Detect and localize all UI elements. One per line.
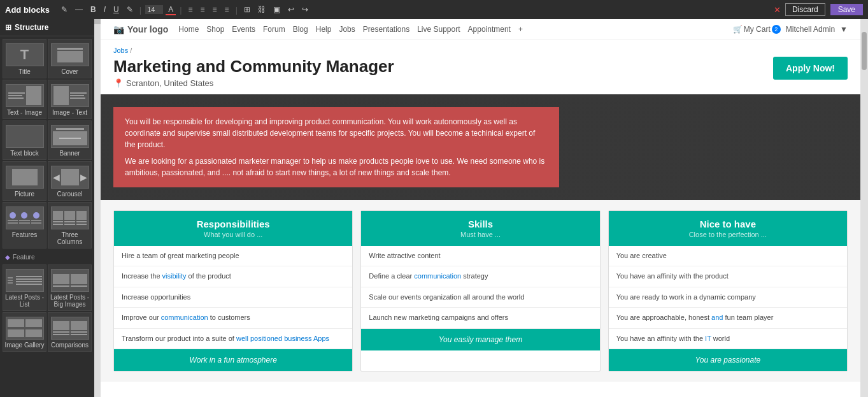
nav-shop[interactable]: Shop xyxy=(206,25,224,34)
right-scrollbar[interactable] xyxy=(860,19,868,397)
nav-events[interactable]: Events xyxy=(232,25,255,34)
undo-btn[interactable]: ↩ xyxy=(285,4,297,15)
separator-2: | xyxy=(180,5,181,15)
list-item: Increase the visibility of the product xyxy=(114,266,352,287)
features-preview-icon xyxy=(6,206,44,229)
nice-to-have-subtitle: Close to the perfection ... xyxy=(614,231,842,238)
skills-header: Skills Must have ... xyxy=(361,211,599,246)
nav-right: 🛒 My Cart 2 Mitchell Admin ▼ xyxy=(733,25,848,34)
sidebar-item-three-columns[interactable]: Three Columns xyxy=(48,202,92,249)
cart-icon: 🛒 xyxy=(733,25,743,34)
site-nav: 📷 Your logo Home Shop Events Forum Blog … xyxy=(101,19,860,40)
separator-1: | xyxy=(139,5,141,15)
list-item: Launch new marketing campaigns and offer… xyxy=(361,308,599,328)
sidebar: ⊞Structure T Title Cover xyxy=(0,19,94,397)
separator-3: | xyxy=(236,5,238,15)
outdent-btn[interactable]: ≡ xyxy=(222,4,232,15)
nav-forum[interactable]: Forum xyxy=(263,25,285,34)
hero-banner: You will be responsible for developing a… xyxy=(101,94,860,200)
three-col-section: Responsibilities What you will do ... Hi… xyxy=(101,200,860,382)
nav-home[interactable]: Home xyxy=(178,25,199,34)
scroll-indicator[interactable] xyxy=(94,19,101,24)
list-item: Transform our product into a suite of we… xyxy=(114,329,352,349)
nav-cart[interactable]: 🛒 My Cart 2 xyxy=(733,25,781,34)
sidebar-item-text-block[interactable]: Text block xyxy=(3,120,46,160)
nav-blog[interactable]: Blog xyxy=(293,25,308,34)
sidebar-item-text-image-label: Text - Image xyxy=(7,109,42,116)
indent-btn[interactable]: ≡ xyxy=(210,4,220,15)
list-num-btn[interactable]: ≡ xyxy=(198,4,208,15)
nice-to-have-column: Nice to have Close to the perfection ...… xyxy=(608,210,848,372)
media-btn[interactable]: ▣ xyxy=(271,4,283,15)
comparisons-preview-icon xyxy=(51,317,89,340)
discard-x-icon: ✕ xyxy=(774,5,781,15)
sidebar-item-latest-posts-list[interactable]: Latest Posts - List xyxy=(3,264,46,311)
underline-tool[interactable]: U xyxy=(111,4,122,15)
nice-to-have-items: You are creative You have an affinity wi… xyxy=(609,246,847,349)
sidebar-item-latest-posts-list-label: Latest Posts - List xyxy=(5,294,44,308)
sidebar-item-title[interactable]: T Title xyxy=(3,39,46,78)
nice-to-have-title: Nice to have xyxy=(614,219,842,229)
hero-para-2: We are looking for a passionated markete… xyxy=(125,155,548,178)
user-dropdown-icon[interactable]: ▼ xyxy=(840,25,848,34)
link-btn[interactable]: ⛓ xyxy=(255,4,268,15)
sidebar-item-comparisons[interactable]: Comparisons xyxy=(48,312,92,352)
job-location-text: Scranton, United States xyxy=(126,78,213,88)
sidebar-item-picture[interactable]: Picture xyxy=(3,161,46,201)
sidebar-item-features-label: Features xyxy=(12,231,37,238)
sidebar-item-features[interactable]: Features xyxy=(3,202,46,249)
apply-now-button[interactable]: Apply Now! xyxy=(773,57,848,80)
sidebar-item-cover[interactable]: Cover xyxy=(48,39,92,78)
nav-live-support[interactable]: Live Support xyxy=(417,25,460,34)
sidebar-item-text-image[interactable]: Text - Image xyxy=(3,80,46,119)
structure-grid: T Title Cover xyxy=(0,36,94,251)
sidebar-item-latest-posts-big-label: Latest Posts - Big Images xyxy=(50,294,89,308)
list-item: You are creative xyxy=(609,246,847,266)
sidebar-item-carousel[interactable]: ◀ ▶ Carousel xyxy=(48,161,92,201)
nav-appointment[interactable]: Appointment xyxy=(468,25,511,34)
nav-presentations[interactable]: Presentations xyxy=(363,25,409,34)
job-header: Jobs / Marketing and Community Manager 📍… xyxy=(101,40,860,94)
pencil-tool[interactable]: ✎ xyxy=(59,4,70,15)
nav-help[interactable]: Help xyxy=(316,25,332,34)
table-btn[interactable]: ⊞ xyxy=(241,4,253,15)
save-button[interactable]: Save xyxy=(830,4,863,15)
italic-tool[interactable]: I xyxy=(101,4,108,15)
banner-preview-icon xyxy=(51,125,89,148)
font-color-btn[interactable]: A xyxy=(166,4,176,15)
breadcrumb-jobs-link[interactable]: Jobs xyxy=(113,47,128,54)
sidebar-item-banner-label: Banner xyxy=(59,150,80,157)
discard-button[interactable]: Discard xyxy=(785,3,825,16)
breadcrumb-separator: / xyxy=(130,47,132,54)
font-size-input[interactable] xyxy=(145,5,163,14)
redo-btn[interactable]: ↪ xyxy=(299,4,311,15)
sidebar-item-latest-posts-big[interactable]: Latest Posts - Big Images xyxy=(48,264,92,311)
sidebar-item-cover-label: Cover xyxy=(61,68,78,75)
right-scrollbar-thumb[interactable] xyxy=(862,32,867,70)
site-logo-text: Your logo xyxy=(127,24,168,34)
responsibilities-items: Hire a team of great marketing people In… xyxy=(114,246,352,349)
sidebar-item-image-text[interactable]: Image - Text xyxy=(48,80,92,119)
nav-links: Home Shop Events Forum Blog Help Jobs Pr… xyxy=(178,25,523,34)
color-tool[interactable]: ✎ xyxy=(124,4,136,15)
dash-tool[interactable]: — xyxy=(73,4,85,15)
nav-plus[interactable]: + xyxy=(518,25,523,34)
toolbar-title: Add blocks xyxy=(5,5,50,15)
responsibilities-column: Responsibilities What you will do ... Hi… xyxy=(113,210,353,372)
skills-column: Skills Must have ... Write attractive co… xyxy=(360,210,600,372)
list-btn[interactable]: ≡ xyxy=(186,4,196,15)
cart-badge: 2 xyxy=(772,25,781,34)
diamond-icon: ◆ xyxy=(5,254,10,261)
text-block-preview-icon xyxy=(6,125,44,148)
sidebar-item-banner[interactable]: Banner xyxy=(48,120,92,160)
site-logo: 📷 Your logo xyxy=(113,24,168,34)
sidebar-item-image-text-label: Image - Text xyxy=(52,109,87,116)
job-title: Marketing and Community Manager xyxy=(113,57,394,76)
nav-jobs[interactable]: Jobs xyxy=(339,25,355,34)
list-item: You are approachable, honest and fun tea… xyxy=(609,308,847,328)
sidebar-item-picture-label: Picture xyxy=(15,191,34,198)
list-item: Scale our events organization all around… xyxy=(361,287,599,308)
image-text-preview-icon xyxy=(51,84,89,107)
bold-tool[interactable]: B xyxy=(88,4,99,15)
sidebar-item-image-gallery[interactable]: Image Gallery xyxy=(3,312,46,352)
